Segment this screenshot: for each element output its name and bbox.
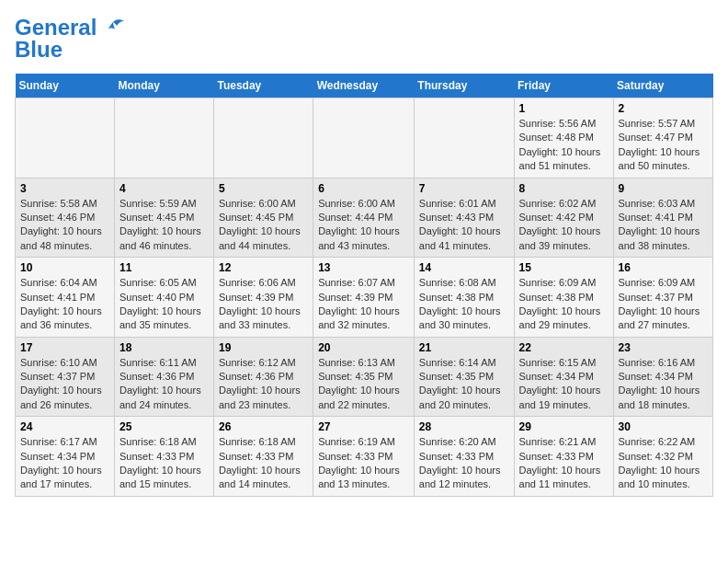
calendar-cell: 9Sunrise: 6:03 AM Sunset: 4:41 PM Daylig…	[613, 178, 712, 258]
day-info: Sunrise: 5:57 AM Sunset: 4:47 PM Dayligh…	[619, 117, 708, 174]
calendar-cell	[114, 98, 213, 178]
day-number: 16	[619, 261, 708, 274]
calendar-cell: 25Sunrise: 6:18 AM Sunset: 4:33 PM Dayli…	[114, 417, 213, 497]
day-number: 24	[20, 420, 109, 433]
day-number: 5	[219, 182, 308, 195]
day-number: 19	[219, 341, 308, 354]
calendar-cell: 1Sunrise: 5:56 AM Sunset: 4:48 PM Daylig…	[514, 98, 613, 178]
calendar-cell: 7Sunrise: 6:01 AM Sunset: 4:43 PM Daylig…	[414, 178, 514, 258]
calendar-cell: 8Sunrise: 6:02 AM Sunset: 4:42 PM Daylig…	[514, 178, 613, 258]
calendar-cell: 24Sunrise: 6:17 AM Sunset: 4:34 PM Dayli…	[16, 417, 115, 497]
day-info: Sunrise: 5:56 AM Sunset: 4:48 PM Dayligh…	[519, 117, 609, 174]
day-number: 4	[119, 182, 209, 195]
day-number: 15	[519, 261, 609, 274]
day-number: 22	[519, 341, 609, 354]
day-info: Sunrise: 6:09 AM Sunset: 4:37 PM Dayligh…	[619, 276, 708, 333]
day-info: Sunrise: 6:15 AM Sunset: 4:34 PM Dayligh…	[519, 356, 609, 413]
calendar-cell	[414, 98, 514, 178]
calendar-cell: 10Sunrise: 6:04 AM Sunset: 4:41 PM Dayli…	[16, 258, 115, 338]
calendar-cell: 13Sunrise: 6:07 AM Sunset: 4:39 PM Dayli…	[313, 258, 415, 338]
day-info: Sunrise: 6:21 AM Sunset: 4:33 PM Dayligh…	[519, 435, 609, 492]
calendar-cell: 3Sunrise: 5:58 AM Sunset: 4:46 PM Daylig…	[16, 178, 115, 258]
calendar-cell: 5Sunrise: 6:00 AM Sunset: 4:45 PM Daylig…	[213, 178, 313, 258]
day-number: 23	[619, 341, 708, 354]
day-info: Sunrise: 6:11 AM Sunset: 4:36 PM Dayligh…	[119, 356, 209, 413]
day-number: 20	[318, 341, 409, 354]
calendar-cell: 29Sunrise: 6:21 AM Sunset: 4:33 PM Dayli…	[514, 417, 613, 497]
day-number: 1	[519, 102, 609, 115]
day-number: 27	[318, 420, 409, 433]
day-number: 11	[119, 261, 209, 274]
weekday-header-thursday: Thursday	[414, 74, 514, 98]
day-number: 6	[318, 182, 409, 195]
weekday-header-friday: Friday	[514, 74, 613, 98]
day-number: 25	[119, 420, 209, 433]
calendar-cell: 21Sunrise: 6:14 AM Sunset: 4:35 PM Dayli…	[414, 337, 514, 417]
day-info: Sunrise: 5:58 AM Sunset: 4:46 PM Dayligh…	[20, 197, 109, 254]
calendar-cell: 14Sunrise: 6:08 AM Sunset: 4:38 PM Dayli…	[414, 258, 514, 338]
calendar-cell: 15Sunrise: 6:09 AM Sunset: 4:38 PM Dayli…	[514, 258, 613, 338]
day-info: Sunrise: 6:10 AM Sunset: 4:37 PM Dayligh…	[20, 356, 109, 413]
calendar-cell: 16Sunrise: 6:09 AM Sunset: 4:37 PM Dayli…	[613, 258, 712, 338]
day-number: 26	[219, 420, 308, 433]
day-number: 21	[419, 341, 509, 354]
day-info: Sunrise: 6:09 AM Sunset: 4:38 PM Dayligh…	[519, 276, 609, 333]
day-info: Sunrise: 6:03 AM Sunset: 4:41 PM Dayligh…	[619, 197, 708, 254]
calendar-cell: 30Sunrise: 6:22 AM Sunset: 4:32 PM Dayli…	[613, 417, 712, 497]
day-info: Sunrise: 6:06 AM Sunset: 4:39 PM Dayligh…	[219, 276, 308, 333]
calendar-table: SundayMondayTuesdayWednesdayThursdayFrid…	[15, 74, 713, 497]
day-info: Sunrise: 6:04 AM Sunset: 4:41 PM Dayligh…	[20, 276, 109, 333]
logo-bird-icon	[100, 18, 126, 37]
day-number: 17	[20, 341, 109, 354]
day-info: Sunrise: 6:05 AM Sunset: 4:40 PM Dayligh…	[119, 276, 209, 333]
day-info: Sunrise: 6:01 AM Sunset: 4:43 PM Dayligh…	[419, 197, 509, 254]
weekday-header-monday: Monday	[114, 74, 213, 98]
day-number: 12	[219, 261, 308, 274]
day-number: 18	[119, 341, 209, 354]
calendar-week-row: 1Sunrise: 5:56 AM Sunset: 4:48 PM Daylig…	[16, 98, 713, 178]
calendar-cell: 12Sunrise: 6:06 AM Sunset: 4:39 PM Dayli…	[213, 258, 313, 338]
calendar-cell: 26Sunrise: 6:18 AM Sunset: 4:33 PM Dayli…	[213, 417, 313, 497]
day-number: 13	[318, 261, 409, 274]
calendar-week-row: 3Sunrise: 5:58 AM Sunset: 4:46 PM Daylig…	[16, 178, 713, 258]
day-info: Sunrise: 6:12 AM Sunset: 4:36 PM Dayligh…	[219, 356, 308, 413]
day-number: 8	[519, 182, 609, 195]
day-number: 30	[619, 420, 708, 433]
calendar-cell: 22Sunrise: 6:15 AM Sunset: 4:34 PM Dayli…	[514, 337, 613, 417]
calendar-cell: 27Sunrise: 6:19 AM Sunset: 4:33 PM Dayli…	[313, 417, 415, 497]
calendar-week-row: 24Sunrise: 6:17 AM Sunset: 4:34 PM Dayli…	[16, 417, 713, 497]
calendar-week-row: 17Sunrise: 6:10 AM Sunset: 4:37 PM Dayli…	[16, 337, 713, 417]
calendar-cell: 23Sunrise: 6:16 AM Sunset: 4:34 PM Dayli…	[613, 337, 712, 417]
weekday-header-sunday: Sunday	[16, 74, 115, 98]
weekday-header-wednesday: Wednesday	[313, 74, 415, 98]
day-info: Sunrise: 6:18 AM Sunset: 4:33 PM Dayligh…	[119, 435, 209, 492]
day-info: Sunrise: 6:13 AM Sunset: 4:35 PM Dayligh…	[318, 356, 409, 413]
calendar-cell: 2Sunrise: 5:57 AM Sunset: 4:47 PM Daylig…	[613, 98, 712, 178]
calendar-cell: 11Sunrise: 6:05 AM Sunset: 4:40 PM Dayli…	[114, 258, 213, 338]
day-number: 7	[419, 182, 509, 195]
day-number: 10	[20, 261, 109, 274]
day-number: 3	[20, 182, 109, 195]
day-info: Sunrise: 5:59 AM Sunset: 4:45 PM Dayligh…	[119, 197, 209, 254]
day-number: 29	[519, 420, 609, 433]
calendar-cell: 18Sunrise: 6:11 AM Sunset: 4:36 PM Dayli…	[114, 337, 213, 417]
calendar-cell: 6Sunrise: 6:00 AM Sunset: 4:44 PM Daylig…	[313, 178, 415, 258]
calendar-cell: 20Sunrise: 6:13 AM Sunset: 4:35 PM Dayli…	[313, 337, 415, 417]
calendar-cell	[16, 98, 115, 178]
day-info: Sunrise: 6:16 AM Sunset: 4:34 PM Dayligh…	[619, 356, 708, 413]
day-info: Sunrise: 6:22 AM Sunset: 4:32 PM Dayligh…	[619, 435, 708, 492]
weekday-header-saturday: Saturday	[613, 74, 712, 98]
calendar-header-row: SundayMondayTuesdayWednesdayThursdayFrid…	[16, 74, 713, 98]
day-info: Sunrise: 6:02 AM Sunset: 4:42 PM Dayligh…	[519, 197, 609, 254]
logo-subtext: Blue	[15, 37, 63, 63]
day-info: Sunrise: 6:14 AM Sunset: 4:35 PM Dayligh…	[419, 356, 509, 413]
calendar-cell: 17Sunrise: 6:10 AM Sunset: 4:37 PM Dayli…	[16, 337, 115, 417]
day-number: 9	[619, 182, 708, 195]
day-info: Sunrise: 6:07 AM Sunset: 4:39 PM Dayligh…	[318, 276, 409, 333]
day-info: Sunrise: 6:17 AM Sunset: 4:34 PM Dayligh…	[20, 435, 109, 492]
page-header: General Blue	[15, 15, 713, 63]
day-info: Sunrise: 6:19 AM Sunset: 4:33 PM Dayligh…	[318, 435, 409, 492]
day-info: Sunrise: 6:00 AM Sunset: 4:45 PM Dayligh…	[219, 197, 308, 254]
calendar-cell: 4Sunrise: 5:59 AM Sunset: 4:45 PM Daylig…	[114, 178, 213, 258]
day-info: Sunrise: 6:20 AM Sunset: 4:33 PM Dayligh…	[419, 435, 509, 492]
